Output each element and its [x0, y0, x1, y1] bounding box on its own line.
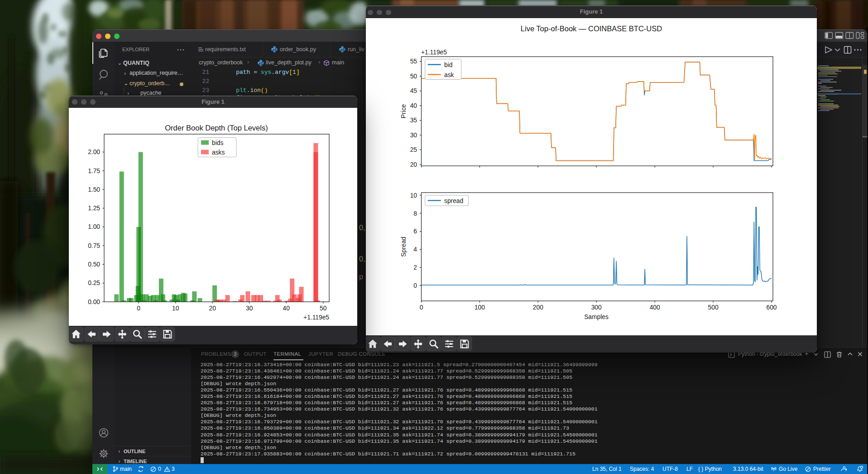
svg-text:spread: spread: [444, 198, 463, 204]
svg-text:ask: ask: [444, 72, 454, 78]
svg-text:1.00: 1.00: [88, 223, 100, 230]
svg-text:8: 8: [413, 210, 417, 217]
svg-text:Live Top-of-Book — COINBASE BT: Live Top-of-Book — COINBASE BTC-USD: [521, 24, 662, 33]
svg-text:0.25: 0.25: [88, 280, 100, 286]
svg-text:40: 40: [283, 305, 290, 312]
svg-text:30: 30: [246, 305, 253, 312]
svg-text:6: 6: [413, 228, 417, 235]
svg-text:300: 300: [591, 304, 602, 311]
svg-text:35: 35: [410, 117, 417, 124]
svg-text:100: 100: [475, 304, 485, 311]
svg-text:2.00: 2.00: [88, 149, 100, 155]
svg-text:30: 30: [410, 132, 417, 139]
svg-text:bids: bids: [212, 140, 223, 146]
svg-text:2: 2: [413, 264, 417, 271]
svg-text:500: 500: [708, 304, 719, 311]
svg-text:+1.119e5: +1.119e5: [421, 49, 447, 56]
svg-text:45: 45: [410, 87, 417, 94]
svg-text:+1.119e5: +1.119e5: [303, 314, 329, 321]
svg-text:600: 600: [766, 304, 777, 311]
svg-text:0: 0: [137, 305, 140, 312]
svg-text:20: 20: [209, 305, 216, 312]
svg-text:25: 25: [410, 146, 417, 153]
svg-text:1.50: 1.50: [88, 186, 100, 193]
svg-text:20: 20: [410, 161, 417, 168]
svg-text:Samples: Samples: [584, 314, 609, 320]
svg-text:55: 55: [410, 58, 417, 65]
svg-text:10: 10: [172, 305, 179, 312]
svg-text:0.75: 0.75: [88, 242, 100, 249]
svg-text:200: 200: [533, 304, 543, 311]
svg-text:Price: Price: [400, 104, 407, 118]
svg-text:4: 4: [413, 246, 417, 253]
svg-text:Spread: Spread: [400, 237, 407, 257]
svg-text:0.50: 0.50: [88, 261, 100, 268]
svg-text:1.25: 1.25: [88, 205, 100, 212]
svg-text:10: 10: [410, 192, 417, 199]
svg-text:asks: asks: [212, 149, 225, 156]
svg-text:50: 50: [320, 305, 327, 312]
svg-text:bid: bid: [444, 62, 452, 68]
svg-text:0: 0: [413, 282, 417, 289]
svg-text:40: 40: [410, 102, 417, 109]
svg-text:50: 50: [410, 73, 417, 80]
svg-text:Order Book Depth (Top Levels): Order Book Depth (Top Levels): [165, 124, 268, 132]
svg-text:1.75: 1.75: [88, 168, 100, 174]
svg-text:400: 400: [650, 304, 660, 311]
svg-text:0.00: 0.00: [88, 299, 100, 305]
svg-text:0: 0: [420, 304, 423, 311]
